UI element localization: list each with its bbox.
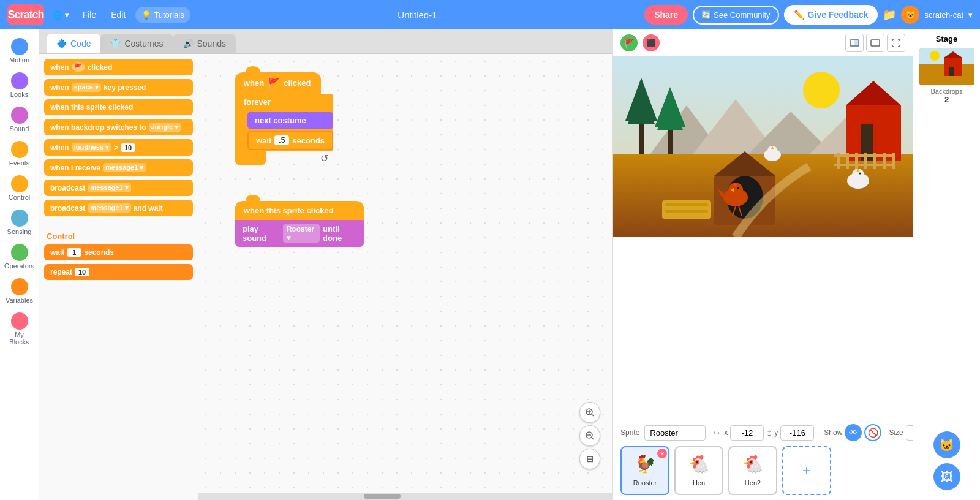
share-button[interactable]: Share (644, 5, 688, 25)
zoom-in-button[interactable] (579, 402, 600, 423)
sidebar-item-myblocks[interactable]: My Blocks (2, 309, 37, 349)
svg-rect-8 (854, 40, 859, 46)
sidebar-item-events[interactable]: Events (2, 137, 37, 170)
block-when-flag-clicked[interactable]: when 🚩 clicked (44, 59, 193, 75)
file-menu[interactable]: File (78, 7, 102, 22)
sprite-info-panel: Sprite ↔ x ↕ y Show 👁 🚫 Size (613, 419, 913, 500)
y-input[interactable] (780, 425, 814, 441)
wait-value[interactable]: .5 (274, 135, 289, 145)
project-title[interactable]: Untitled-1 (195, 10, 640, 20)
block-when-backdrop-switches[interactable]: when backdrop switches to Jungle ▾ (44, 119, 193, 135)
block-when-sprite-clicked[interactable]: when this sprite clicked (44, 99, 193, 115)
block-play-sound[interactable]: play sound Rooster ▾ until done (235, 220, 364, 247)
red-stop-button[interactable]: ⬛ (643, 34, 660, 51)
variables-dot (11, 278, 28, 295)
zoom-out-button[interactable] (579, 425, 600, 446)
key-dropdown[interactable]: space ▾ (72, 83, 101, 92)
sprite-thumb-hen[interactable]: 🐔 Hen (674, 446, 723, 495)
horizontal-scrollbar[interactable] (198, 493, 612, 500)
sidebar-item-sensing[interactable]: Sensing (2, 206, 37, 239)
sidebar-item-looks[interactable]: Looks (2, 69, 37, 102)
stage-thumbnail[interactable] (919, 48, 974, 85)
code-icon: 🔷 (56, 39, 67, 48)
repeat-input[interactable]: 10 (75, 268, 89, 276)
add-sprite-button[interactable]: + (782, 446, 831, 495)
globe-button[interactable]: 🌐 ▾ (49, 8, 73, 22)
sprite-remove-rooster[interactable]: ✕ (657, 449, 667, 458)
sprite-thumb-rooster[interactable]: ✕ 🐓 Rooster (620, 446, 669, 495)
tab-code[interactable]: 🔷 Code (47, 34, 100, 53)
control-section-title: Control (47, 232, 193, 241)
large-stage-button[interactable] (866, 34, 884, 52)
sidebar-item-operators[interactable]: Operators (2, 240, 37, 273)
sidebar-item-motion[interactable]: Motion (2, 34, 37, 67)
costumes-icon: 👕 (110, 39, 121, 48)
block-next-costume[interactable]: next costume (247, 112, 333, 129)
show-hidden-button[interactable]: 🚫 (864, 424, 881, 441)
sidebar-item-variables[interactable]: Variables (2, 275, 37, 308)
sprite-label: Sprite (620, 428, 639, 437)
zoom-fit-button[interactable]: ⊟ (579, 449, 600, 469)
broadcast-dropdown[interactable]: message1 ▾ (88, 183, 130, 192)
sprite-thumb-hen2[interactable]: 🐔 Hen2 (728, 446, 777, 495)
wait-input[interactable]: 1 (67, 248, 81, 257)
block-repeat[interactable]: repeat 10 (44, 264, 193, 280)
block-when-loudness[interactable]: when loudness ▾ > 10 (44, 139, 193, 156)
fullscreen-button[interactable] (887, 34, 905, 52)
hen-img: 🐔 (682, 450, 716, 478)
tutorials-button[interactable]: 💡 Tutorials (135, 7, 190, 23)
block-broadcast-wait[interactable]: broadcast message1 ▾ and wait (44, 200, 193, 216)
tab-sounds[interactable]: 🔊 Sounds (173, 34, 236, 53)
block-when-receive[interactable]: when I receive message1 ▾ (44, 159, 193, 176)
backdrop-dropdown[interactable]: Jungle ▾ (149, 123, 181, 132)
svg-rect-28 (837, 153, 840, 169)
block-broadcast[interactable]: broadcast message1 ▾ (44, 180, 193, 196)
block-wait-half[interactable]: wait .5 seconds (247, 131, 333, 150)
loudness-input[interactable]: 10 (121, 143, 135, 152)
category-sidebar: Motion Looks Sound Events Control Sensin… (0, 29, 39, 500)
edit-menu[interactable]: Edit (106, 7, 130, 22)
sidebar-item-sound[interactable]: Sound (2, 103, 37, 136)
sound-label: Sound (10, 125, 29, 132)
size-label: Size (889, 428, 903, 437)
message-dropdown[interactable]: message1 ▾ (103, 163, 146, 172)
svg-rect-29 (846, 153, 849, 169)
loudness-dropdown[interactable]: loudness ▾ (72, 143, 111, 152)
myblocks-label: My Blocks (4, 331, 35, 346)
green-flag-button[interactable]: 🚩 (620, 34, 638, 51)
divider (44, 224, 193, 224)
broadcast-wait-dropdown[interactable]: message1 ▾ (88, 203, 130, 213)
operators-label: Operators (4, 262, 34, 270)
sound-dropdown[interactable]: Rooster ▾ (283, 224, 320, 243)
svg-rect-31 (864, 153, 867, 169)
block-when-key-pressed[interactable]: when space ▾ key pressed (44, 79, 193, 96)
show-buttons: 👁 🚫 (845, 424, 881, 441)
add-backdrop-big-button[interactable]: 🖼 (933, 463, 960, 490)
folder-icon[interactable]: 📁 (883, 8, 896, 21)
inner-blocks: next costume wait .5 seconds (247, 112, 333, 150)
scripts-workspace[interactable]: when 🚩 clicked forever (198, 54, 612, 500)
hen-name: Hen (678, 479, 720, 487)
scratch-logo: Scratch (7, 4, 44, 25)
xy-props: ↔ x ↕ y (710, 425, 814, 441)
events-dot (11, 141, 28, 158)
x-label: x (724, 428, 728, 437)
tab-costumes[interactable]: 👕 Costumes (100, 34, 173, 53)
script-group-1[interactable]: when 🚩 clicked forever (235, 72, 333, 164)
script-group-2[interactable]: when this sprite clicked play sound Roos… (235, 201, 364, 247)
svg-point-52 (859, 173, 861, 175)
block-wait[interactable]: wait 1 seconds (44, 244, 193, 260)
looks-dot (11, 72, 28, 89)
forever-inner: next costume wait .5 seconds (235, 110, 333, 151)
feedback-button[interactable]: ✏️ Give Feedback (784, 5, 878, 25)
flag-icon: 🚩 (268, 77, 280, 89)
show-visible-button[interactable]: 👁 (845, 424, 862, 441)
clicked-label: clicked (284, 78, 311, 88)
user-name[interactable]: scratch-cat (924, 10, 963, 20)
sidebar-item-control[interactable]: Control (2, 172, 37, 205)
see-community-button[interactable]: 🔄 See Community (693, 6, 778, 25)
sprite-name-input[interactable] (644, 425, 706, 441)
x-input[interactable] (730, 425, 764, 441)
add-sprite-big-button[interactable]: 🐱 (933, 431, 960, 458)
small-stage-button[interactable] (845, 34, 864, 52)
